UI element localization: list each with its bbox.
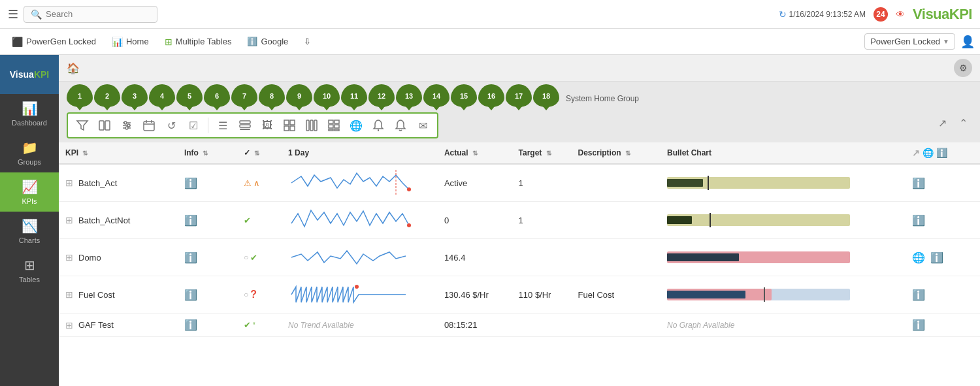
nav-more-button[interactable]: ⇩ [297, 34, 318, 49]
ok-check-icon: ✔ [244, 216, 251, 225]
kpi-name: GAF Test [78, 320, 114, 330]
refresh-icon[interactable]: ↻ [779, 9, 787, 20]
sidebar-item-groups[interactable]: 📁 Groups [0, 133, 59, 172]
pin-4[interactable]: 4 [149, 84, 175, 107]
actual-sort-icon[interactable]: ⇅ [472, 150, 478, 157]
wide-grid-icon[interactable] [325, 116, 343, 135]
pin-6[interactable]: 6 [204, 84, 230, 107]
pin-16[interactable]: 16 [478, 84, 504, 107]
nav-item-home[interactable]: 📊 Home [105, 34, 155, 50]
hamburger-menu[interactable]: ☰ [8, 7, 18, 22]
expand-button[interactable]: ↗ [933, 114, 951, 132]
pin-2[interactable]: 2 [94, 84, 120, 107]
col-header-actual[interactable]: Actual ⇅ [438, 142, 512, 164]
filter-icon[interactable] [73, 116, 91, 135]
pin-11[interactable]: 11 [341, 84, 367, 107]
sidebar-item-charts[interactable]: 📉 Charts [0, 212, 59, 251]
col-header-kpi[interactable]: KPI ⇅ [59, 142, 178, 164]
nav-item-google[interactable]: ℹ️ Google [240, 34, 295, 49]
refresh-view-icon[interactable]: ↺ [162, 116, 180, 135]
col-header-info[interactable]: Info ⇅ [178, 142, 237, 164]
header-external-icon[interactable]: ↗ [912, 148, 920, 158]
row-expand-icon[interactable]: ⊞ [65, 252, 73, 263]
desc-sort-icon[interactable]: ⇅ [625, 150, 630, 157]
pin-7[interactable]: 7 [231, 84, 257, 107]
svg-rect-25 [329, 125, 333, 128]
compact-view-icon[interactable] [236, 116, 254, 135]
col-header-description[interactable]: Description ⇅ [572, 142, 661, 164]
gear-button[interactable]: ⚙ [954, 59, 972, 77]
bullet-chart-cell [661, 239, 906, 276]
user-icon[interactable]: 👤 [960, 35, 975, 49]
info-circle-icon[interactable]: ℹ️ [184, 252, 197, 263]
kpi-name-cell: ⊞ Fuel Cost [59, 276, 178, 314]
envelope-icon[interactable]: ✉ [414, 116, 432, 135]
header-globe-icon[interactable]: 🌐 [923, 148, 934, 158]
info-circle-icon[interactable]: ℹ️ [184, 178, 197, 189]
svg-rect-17 [290, 120, 295, 125]
columns-view-icon[interactable] [302, 116, 321, 135]
target-cell [512, 239, 572, 276]
alert-icon-2[interactable] [391, 116, 410, 135]
toolbar-separator-1 [208, 118, 208, 133]
pin-10[interactable]: 10 [314, 84, 340, 107]
pin-18[interactable]: 18 [533, 84, 559, 107]
row-info-icon[interactable]: ℹ️ [912, 178, 925, 189]
kpi-expand-group: ⊞ Domo [65, 252, 171, 263]
calendar-icon[interactable] [140, 116, 158, 135]
target-cell [512, 314, 572, 337]
profile-dropdown[interactable]: PowerGen Locked ▼ [864, 33, 955, 50]
col-header-target[interactable]: Target ⇅ [512, 142, 572, 164]
info-circle-icon[interactable]: ℹ️ [184, 215, 197, 226]
sidebar-item-dashboard[interactable]: 📊 Dashboard [0, 94, 59, 133]
kpi-sort-icon[interactable]: ⇅ [82, 150, 88, 157]
info-circle-icon[interactable]: ℹ️ [184, 319, 197, 330]
nav-item-tables[interactable]: ⊞ Multiple Tables [158, 34, 238, 50]
header-action-icons: ↗ 🌐 ℹ️ [912, 148, 973, 158]
alert-badge[interactable]: 24 [874, 7, 888, 22]
collapse-button[interactable]: ⌃ [954, 114, 972, 132]
list-view-icon[interactable]: ☰ [214, 116, 232, 135]
pin-17[interactable]: 17 [506, 84, 532, 107]
sliders-icon[interactable] [118, 116, 136, 135]
pin-13[interactable]: 13 [396, 84, 422, 107]
alert-icon-1[interactable] [369, 116, 387, 135]
nav-item-powergen[interactable]: ⬛ PowerGen Locked [5, 34, 103, 50]
row-info-icon[interactable]: ℹ️ [912, 319, 925, 330]
pin-9[interactable]: 9 [286, 84, 312, 107]
row-info-icon[interactable]: ℹ️ [912, 289, 925, 300]
col-header-bullet: Bullet Chart [661, 142, 906, 164]
pin-14[interactable]: 14 [423, 84, 449, 107]
col-header-check[interactable]: ✓ ⇅ [237, 142, 282, 164]
globe-view-icon[interactable]: 🌐 [347, 116, 365, 135]
row-info-icon[interactable]: ℹ️ [912, 215, 925, 226]
bullet-target-line [708, 176, 709, 190]
header-info-icon[interactable]: ℹ️ [936, 148, 947, 158]
target-sort-icon[interactable]: ⇅ [546, 150, 551, 157]
row-expand-icon[interactable]: ⊞ [65, 215, 73, 225]
chevron-down-icon: ▼ [943, 38, 949, 45]
row-expand-icon[interactable]: ⊞ [65, 320, 73, 330]
info-circle-icon[interactable]: ℹ️ [184, 289, 197, 300]
check-sort-icon[interactable]: ⇅ [254, 150, 259, 157]
pin-15[interactable]: 15 [451, 84, 477, 107]
pin-5[interactable]: 5 [176, 84, 203, 107]
view-toggle-icon[interactable] [95, 116, 114, 135]
search-box[interactable]: 🔍 [24, 6, 157, 23]
search-input[interactable] [46, 9, 150, 19]
checkbox-icon[interactable]: ☑ [184, 116, 203, 135]
info-sort-icon[interactable]: ⇅ [203, 150, 208, 157]
sidebar-item-kpis[interactable]: 📈 KPIs [0, 172, 59, 212]
home-icon[interactable]: 🏠 [67, 62, 80, 74]
sidebar-item-tables[interactable]: ⊞ Tables [0, 251, 59, 290]
pin-12[interactable]: 12 [368, 84, 395, 107]
pin-3[interactable]: 3 [122, 84, 148, 107]
image-view-icon[interactable]: 🖼 [258, 116, 276, 135]
row-info-icon[interactable]: ℹ️ [930, 251, 943, 264]
row-globe-icon[interactable]: 🌐 [912, 251, 925, 264]
row-expand-icon[interactable]: ⊞ [65, 178, 73, 188]
pin-1[interactable]: 1 [67, 84, 93, 107]
row-expand-icon[interactable]: ⊞ [65, 289, 73, 300]
pin-8[interactable]: 8 [259, 84, 285, 107]
grid-view-icon[interactable] [280, 116, 299, 135]
